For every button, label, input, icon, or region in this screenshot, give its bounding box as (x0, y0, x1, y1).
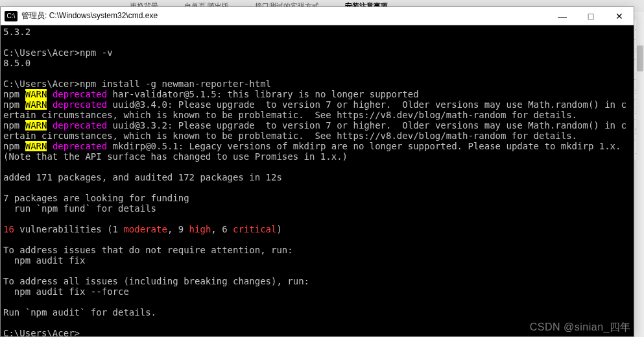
warn-text: har-validator@5.1.5: this library is no … (107, 89, 418, 99)
warn-badge: WARN (25, 141, 47, 151)
prompt-line: C:\Users\Acer>npm -v (3, 47, 113, 58)
cmd-window: C:\ 管理员: C:\Windows\system32\cmd.exe — □… (0, 6, 634, 337)
scroll-thumb[interactable] (637, 45, 643, 71)
warn-badge: WARN (25, 99, 47, 110)
line: 8.5.0 (3, 58, 30, 68)
vuln-text: vulnerabilities (1 (14, 224, 124, 234)
titlebar[interactable]: C:\ 管理员: C:\Windows\system32\cmd.exe — □… (1, 7, 634, 25)
prompt-line: C:\Users\Acer>npm install -g newman-repo… (3, 79, 271, 89)
line: added 171 packages, and audited 172 pack… (3, 172, 282, 182)
window-controls: — □ ✕ (548, 7, 634, 25)
npm-label: npm (3, 99, 25, 110)
vuln-high: high (189, 224, 211, 234)
prompt: C:\Users\Acer> (3, 328, 80, 336)
warn-badge: WARN (25, 120, 47, 131)
line: 7 packages are looking for funding (3, 193, 189, 203)
npm-label: npm (3, 141, 25, 151)
page-scrollbar[interactable] (636, 19, 644, 337)
maximize-button[interactable]: □ (577, 7, 605, 25)
deprecated-label: deprecated (53, 141, 107, 151)
deprecated-label: deprecated (53, 120, 107, 131)
warn-badge: WARN (25, 89, 47, 99)
line: npm audit fix (3, 255, 85, 266)
window-title: 管理员: C:\Windows\system32\cmd.exe (21, 10, 548, 21)
line: To address issues that do not require at… (3, 245, 293, 255)
line: Run `npm audit` for details. (3, 307, 156, 318)
cmd-icon: C:\ (5, 11, 18, 21)
line: run `npm fund` for details (3, 203, 156, 214)
close-button[interactable]: ✕ (605, 7, 634, 25)
npm-label: npm (3, 89, 25, 99)
line: To address all issues (including breakin… (3, 276, 309, 286)
vuln-critical: critical (233, 224, 276, 234)
minimize-button[interactable]: — (548, 7, 577, 25)
npm-label: npm (3, 120, 25, 131)
vuln-count: 16 (3, 224, 14, 234)
line: npm audit fix --force (3, 286, 129, 297)
terminal-output[interactable]: 5.3.2 C:\Users\Acer>npm -v 8.5.0 C:\User… (1, 25, 634, 336)
vuln-moderate: moderate (123, 224, 167, 234)
deprecated-label: deprecated (53, 89, 107, 99)
line: 5.3.2 (3, 27, 30, 37)
deprecated-label: deprecated (53, 99, 107, 110)
